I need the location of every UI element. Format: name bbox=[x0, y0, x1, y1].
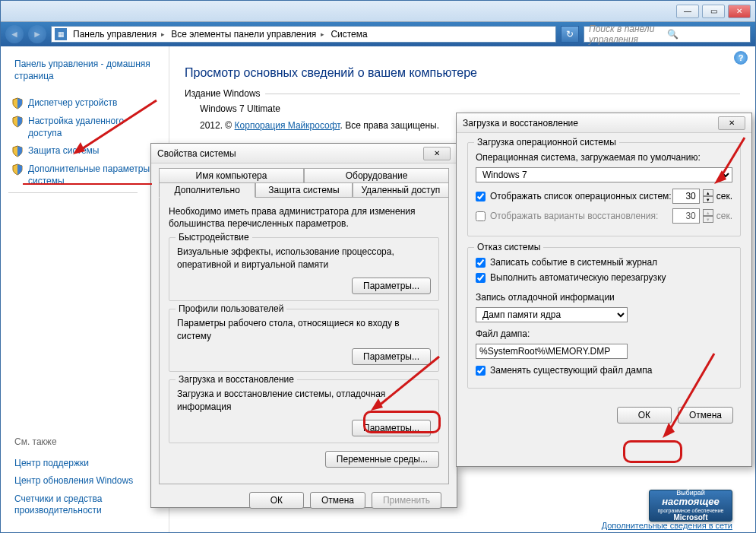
profiles-desc: Параметры рабочего стола, относящиеся ко… bbox=[177, 317, 431, 343]
auto-restart-label: Выполнить автоматическую перезагрузку bbox=[490, 272, 666, 283]
annotation-highlight bbox=[623, 440, 682, 463]
write-event-checkbox[interactable] bbox=[476, 258, 486, 268]
page-title: Просмотр основных сведений о вашем компь… bbox=[185, 66, 740, 80]
seconds-label: сек. bbox=[716, 211, 732, 221]
system-startup-title: Загрузка операционной системы bbox=[474, 137, 619, 148]
dump-file-input[interactable] bbox=[476, 344, 628, 359]
help-icon[interactable]: ? bbox=[734, 51, 748, 65]
footer-link-windows-update[interactable]: Центр обновления Windows bbox=[8, 472, 160, 490]
seconds-label: сек. bbox=[716, 191, 732, 201]
back-button[interactable]: ◄ bbox=[5, 25, 24, 43]
show-os-list-label: Отображать список операционных систем: bbox=[490, 191, 672, 201]
see-also-label: См. также bbox=[8, 436, 160, 447]
overwrite-dump-checkbox[interactable] bbox=[476, 366, 486, 376]
footer-link-action-center[interactable]: Центр поддержки bbox=[8, 455, 160, 473]
annotation-line bbox=[23, 183, 152, 185]
default-os-select[interactable]: Windows 7 bbox=[476, 167, 732, 182]
profiles-title: Профили пользователей bbox=[176, 303, 286, 314]
navigation-bar: ◄ ► ▦ Панель управления Все элементы пан… bbox=[1, 22, 755, 46]
startup-recovery-title: Загрузка и восстановление bbox=[176, 374, 297, 385]
debug-info-label: Запись отладочной информации bbox=[476, 292, 732, 303]
apply-button[interactable]: Применить bbox=[372, 492, 441, 509]
tabs-row-1: Имя компьютера Оборудование bbox=[159, 168, 449, 183]
sidebar-home-link[interactable]: Панель управления - домашняя страница bbox=[8, 59, 163, 82]
dialog-titlebar[interactable]: Загрузка и восстановление ✕ bbox=[457, 113, 751, 133]
shield-icon bbox=[11, 163, 24, 176]
performance-title: Быстродействие bbox=[176, 232, 252, 243]
system-startup-group: Загрузка операционной системы Операционн… bbox=[467, 142, 741, 236]
breadcrumb-item[interactable]: Система bbox=[327, 29, 375, 40]
shield-icon bbox=[11, 116, 24, 128]
tab-hardware[interactable]: Оборудование bbox=[304, 168, 449, 183]
svg-marker-1 bbox=[73, 142, 85, 154]
os-list-seconds-input[interactable] bbox=[672, 189, 700, 204]
tab-advanced[interactable]: Дополнительно bbox=[159, 182, 255, 198]
dialog-title: Свойства системы bbox=[157, 148, 423, 159]
show-recovery-checkbox[interactable] bbox=[476, 211, 486, 221]
admin-note: Необходимо иметь права администратора дл… bbox=[169, 206, 439, 230]
microsoft-link[interactable]: Корпорация Майкрософт bbox=[235, 120, 340, 131]
forward-button[interactable]: ► bbox=[28, 25, 46, 43]
tab-computer-name[interactable]: Имя компьютера bbox=[159, 168, 304, 183]
annotation-highlight bbox=[363, 411, 441, 433]
performance-group: Быстродействие Визуальные эффекты, испол… bbox=[169, 237, 439, 301]
debug-info-select[interactable]: Дамп памяти ядра bbox=[476, 307, 628, 322]
annotation-arrow bbox=[73, 97, 164, 157]
default-os-label: Операционная система, загружаемая по умо… bbox=[476, 152, 732, 163]
show-recovery-row: Отображать варианты восстановления: ▲▼ с… bbox=[476, 208, 732, 224]
breadcrumb[interactable]: ▦ Панель управления Все элементы панели … bbox=[51, 26, 556, 43]
dump-file-label: Файл дампа: bbox=[476, 328, 732, 339]
system-properties-dialog: Свойства системы ✕ Имя компьютера Оборуд… bbox=[150, 143, 457, 508]
breadcrumb-item[interactable]: Все элементы панели управления bbox=[168, 29, 327, 40]
window-titlebar: — ▭ ✕ bbox=[1, 1, 755, 22]
minimize-button[interactable]: — bbox=[676, 5, 699, 18]
edition-legend: Издание Windows bbox=[185, 88, 265, 99]
performance-desc: Визуальные эффекты, использование процес… bbox=[177, 246, 431, 271]
tab-content-advanced: Необходимо иметь права администратора дл… bbox=[159, 197, 449, 484]
env-vars-button[interactable]: Переменные среды... bbox=[325, 451, 439, 468]
dialog-button-row: ОК Отмена Применить bbox=[159, 484, 449, 509]
write-event-label: Записать событие в системный журнал bbox=[490, 257, 657, 268]
show-os-list-checkbox[interactable] bbox=[476, 192, 486, 201]
performance-settings-button[interactable]: Параметры... bbox=[352, 278, 431, 294]
sidebar-link-advanced[interactable]: Дополнительные параметры системы bbox=[8, 160, 163, 190]
maximize-button[interactable]: ▭ bbox=[702, 5, 725, 18]
genuine-microsoft-badge[interactable]: Выбирай настоящее программное обеспечени… bbox=[649, 490, 732, 522]
svg-line-0 bbox=[81, 100, 157, 150]
control-panel-icon: ▦ bbox=[55, 28, 67, 40]
auto-restart-checkbox[interactable] bbox=[476, 273, 486, 283]
show-os-list-row: Отображать список операционных систем: ▲… bbox=[476, 189, 732, 204]
system-failure-title: Отказ системы bbox=[474, 242, 543, 252]
refresh-button[interactable]: ↻ bbox=[561, 26, 579, 43]
tabs-row-2: Дополнительно Защита системы Удаленный д… bbox=[159, 182, 449, 198]
annotation-arrow bbox=[714, 134, 752, 187]
svg-line-6 bbox=[669, 354, 714, 432]
spinner-buttons: ▲▼ bbox=[703, 209, 713, 223]
overwrite-dump-label: Заменять существующий файл дампа bbox=[490, 365, 652, 376]
shield-icon bbox=[11, 145, 24, 157]
tab-system-protection[interactable]: Защита системы bbox=[255, 182, 352, 198]
ok-button[interactable]: ОК bbox=[249, 492, 304, 509]
shield-icon bbox=[11, 97, 24, 109]
close-button[interactable]: ✕ bbox=[728, 5, 751, 18]
sidebar-footer: См. также Центр поддержки Центр обновлен… bbox=[8, 436, 160, 520]
svg-line-2 bbox=[378, 357, 439, 406]
annotation-arrow bbox=[371, 353, 447, 414]
svg-line-4 bbox=[720, 138, 745, 178]
svg-marker-3 bbox=[371, 398, 383, 411]
dialog-title: Загрузка и восстановление bbox=[463, 118, 718, 128]
show-recovery-label: Отображать варианты восстановления: bbox=[490, 211, 658, 221]
footer-link-perf-tools[interactable]: Счетчики и средства производительности bbox=[8, 490, 160, 520]
dialog-close-button[interactable]: ✕ bbox=[718, 116, 745, 130]
spinner-buttons[interactable]: ▲▼ bbox=[703, 189, 713, 203]
recovery-seconds-input bbox=[672, 208, 700, 224]
more-info-link[interactable]: Дополнительные сведения в сети bbox=[602, 521, 732, 530]
dialog-close-button[interactable]: ✕ bbox=[423, 147, 451, 160]
tab-remote[interactable]: Удаленный доступ bbox=[353, 182, 449, 198]
search-placeholder: Поиск в панели управления bbox=[589, 24, 667, 45]
search-input[interactable]: Поиск в панели управления 🔍 bbox=[584, 26, 751, 43]
search-icon: 🔍 bbox=[667, 29, 745, 40]
cancel-button[interactable]: Отмена bbox=[310, 492, 365, 509]
breadcrumb-item[interactable]: Панель управления bbox=[70, 29, 168, 40]
dialog-titlebar[interactable]: Свойства системы ✕ bbox=[151, 144, 457, 163]
